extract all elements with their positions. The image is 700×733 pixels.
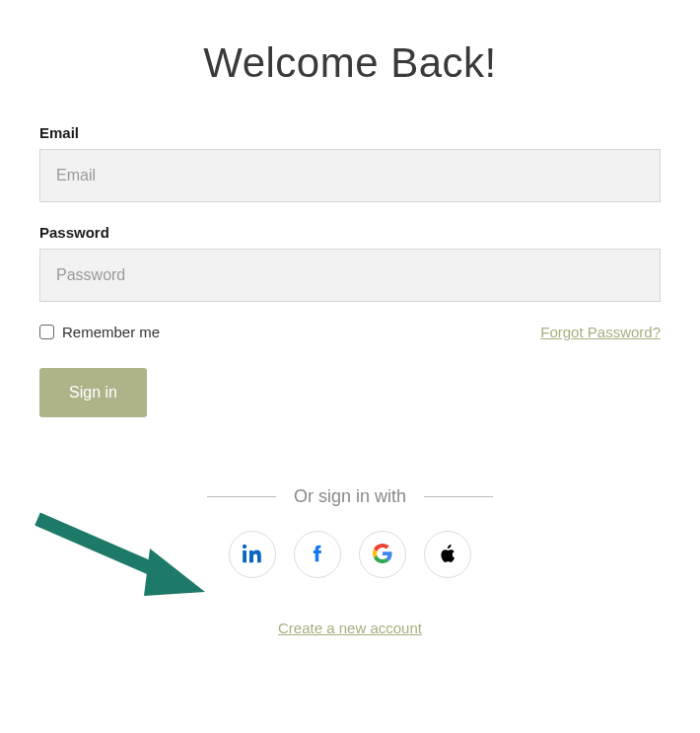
password-label: Password: [39, 224, 661, 241]
linkedin-button[interactable]: [229, 531, 276, 578]
social-buttons: [39, 531, 661, 578]
email-group: Email: [39, 124, 661, 202]
apple-icon: [438, 543, 457, 567]
signin-button[interactable]: Sign in: [39, 368, 147, 417]
password-field[interactable]: [39, 249, 661, 302]
social-divider: Or sign in with: [39, 486, 661, 507]
options-row: Remember me Forgot Password?: [39, 324, 661, 340]
remember-label: Remember me: [62, 324, 160, 340]
remember-checkbox[interactable]: [39, 325, 54, 339]
forgot-password-link[interactable]: Forgot Password?: [540, 324, 661, 340]
google-button[interactable]: [359, 531, 406, 578]
facebook-icon: [308, 544, 327, 566]
apple-button[interactable]: [424, 531, 471, 578]
page-title: Welcome Back!: [39, 39, 661, 87]
facebook-button[interactable]: [294, 531, 341, 578]
email-label: Email: [39, 124, 661, 141]
google-icon: [373, 544, 392, 566]
divider-line-left: [207, 496, 276, 497]
create-account-link[interactable]: Create a new account: [39, 620, 661, 636]
password-group: Password: [39, 224, 661, 302]
divider-text: Or sign in with: [294, 486, 406, 507]
divider-line-right: [424, 496, 493, 497]
linkedin-icon: [243, 544, 262, 566]
email-field[interactable]: [39, 149, 661, 202]
remember-me[interactable]: Remember me: [39, 324, 160, 340]
